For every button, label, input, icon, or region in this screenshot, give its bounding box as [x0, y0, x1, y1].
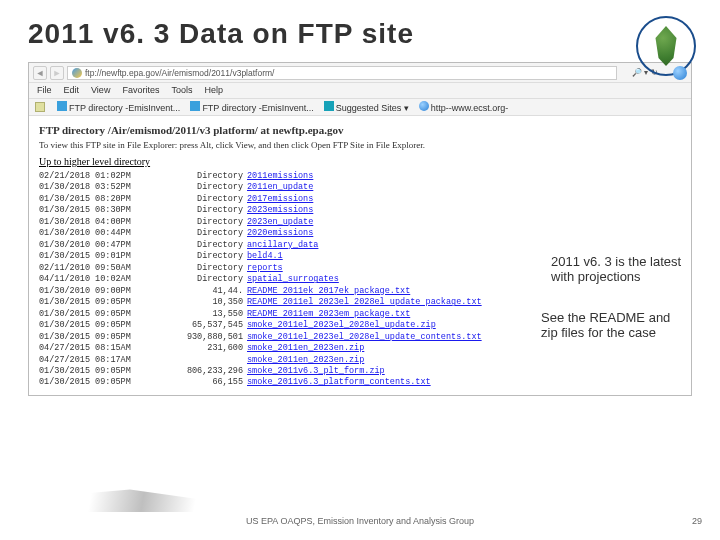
browser-toolbar: ◄ ► ftp://newftp.epa.gov/Air/emismod/201… [29, 63, 691, 83]
row-size: Directory [169, 182, 247, 193]
menu-tools[interactable]: Tools [171, 85, 192, 96]
row-size: Directory [169, 171, 247, 182]
row-link[interactable]: README 2011em 2023em package.txt [247, 309, 410, 320]
row-datetime: 02/11/2010 09:50AM [39, 263, 169, 274]
row-link[interactable]: 2023emissions [247, 205, 313, 216]
listing-row: 01/30/2015 08:30PMDirectory2023emissions [39, 205, 681, 216]
row-link[interactable]: 2017emissions [247, 194, 313, 205]
row-link[interactable]: README 2011ek 2017ek package.txt [247, 286, 410, 297]
row-size: 806,233,296 [169, 366, 247, 377]
row-size: 930,880,501 [169, 332, 247, 343]
row-link[interactable]: 2011en_update [247, 182, 313, 193]
listing-row: 01/30/2015 09:05PM10,350README 2011el 20… [39, 297, 681, 308]
forward-button[interactable]: ► [50, 66, 64, 80]
listing-row: 01/30/2018 04:00PMDirectory2023en_update [39, 217, 681, 228]
menu-favorites[interactable]: Favorites [122, 85, 159, 96]
row-size: Directory [169, 240, 247, 251]
row-size: Directory [169, 217, 247, 228]
annotation-readme: See the README and zip files for the cas… [541, 310, 686, 340]
menu-file[interactable]: File [37, 85, 52, 96]
slide-decoration [0, 484, 260, 512]
row-datetime: 01/30/2015 09:01PM [39, 251, 169, 262]
row-size: Directory [169, 251, 247, 262]
row-size: 13,550 [169, 309, 247, 320]
listing-row: 01/30/2010 00:44PMDirectory2020emissions [39, 228, 681, 239]
page-heading: FTP directory /Air/emismod/2011/v3 platf… [39, 124, 681, 136]
page-icon [324, 101, 334, 111]
row-link[interactable]: 2011emissions [247, 171, 313, 182]
row-link[interactable]: 2023en_update [247, 217, 313, 228]
row-size: Directory [169, 205, 247, 216]
row-size: 65,537,545 [169, 320, 247, 331]
listing-row: 01/30/2015 09:05PM806,233,296smoke_2011v… [39, 366, 681, 377]
fav-link-1[interactable]: FTP directory -EmisInvent... [69, 103, 180, 113]
site-icon [72, 68, 82, 78]
row-datetime: 01/30/2015 09:05PM [39, 332, 169, 343]
row-datetime: 01/30/2015 08:30PM [39, 205, 169, 216]
row-link[interactable]: ancillary_data [247, 240, 318, 251]
row-datetime: 01/30/2015 09:05PM [39, 377, 169, 388]
row-size: Directory [169, 194, 247, 205]
slide-footer: US EPA OAQPS, Emission Inventory and Ana… [0, 516, 720, 526]
row-link[interactable]: 2020emissions [247, 228, 313, 239]
menu-view[interactable]: View [91, 85, 110, 96]
page-instructions: To view this FTP site in File Explorer: … [39, 140, 681, 150]
row-link[interactable]: reports [247, 263, 283, 274]
row-datetime: 01/30/2015 09:05PM [39, 309, 169, 320]
row-link[interactable]: smoke_2011v6.3_platform_contents.txt [247, 377, 431, 388]
row-datetime: 04/27/2015 08:17AM [39, 355, 169, 366]
fav-link-3[interactable]: Suggested Sites ▾ [336, 103, 409, 113]
menu-edit[interactable]: Edit [64, 85, 80, 96]
fav-link-2[interactable]: FTP directory -EmisInvent... [202, 103, 313, 113]
listing-row: 01/30/2015 08:20PMDirectory2017emissions [39, 194, 681, 205]
listing-row: 01/30/2015 09:05PM66,155smoke_2011v6.3_p… [39, 377, 681, 388]
row-size: Directory [169, 263, 247, 274]
row-datetime: 01/30/2010 00:44PM [39, 228, 169, 239]
row-datetime: 04/27/2015 08:15AM [39, 343, 169, 354]
row-datetime: 01/30/2015 08:20PM [39, 194, 169, 205]
row-datetime: 04/11/2010 10:02AM [39, 274, 169, 285]
menu-help[interactable]: Help [204, 85, 223, 96]
ie-icon [673, 66, 687, 80]
slide-title: 2011 v6. 3 Data on FTP site [28, 18, 692, 50]
row-size: Directory [169, 274, 247, 285]
row-link[interactable]: beld4.1 [247, 251, 283, 262]
row-size: 66,155 [169, 377, 247, 388]
listing-row: 04/27/2015 08:15AM231,600smoke_2011en_20… [39, 343, 681, 354]
row-datetime: 01/30/2018 03:52PM [39, 182, 169, 193]
row-size: Directory [169, 228, 247, 239]
browser-window: ◄ ► ftp://newftp.epa.gov/Air/emismod/201… [28, 62, 692, 396]
back-button[interactable]: ◄ [33, 66, 47, 80]
row-datetime: 01/30/2015 09:05PM [39, 366, 169, 377]
listing-row: 01/30/2010 00:47PMDirectoryancillary_dat… [39, 240, 681, 251]
url-text: ftp://newftp.epa.gov/Air/emismod/2011/v3… [85, 68, 274, 78]
row-datetime: 01/30/2010 09:00PM [39, 286, 169, 297]
row-datetime: 02/21/2018 01:02PM [39, 171, 169, 182]
address-bar[interactable]: ftp://newftp.epa.gov/Air/emismod/2011/v3… [67, 66, 617, 80]
page-icon [57, 101, 67, 111]
annotation-latest: 2011 v6. 3 is the latest with projection… [551, 254, 686, 284]
row-link[interactable]: smoke_2011en_2023en.zip [247, 343, 364, 354]
row-size [169, 355, 247, 366]
listing-row: 04/27/2015 08:17AMsmoke_2011en_2023en.zi… [39, 355, 681, 366]
row-datetime: 01/30/2018 04:00PM [39, 217, 169, 228]
row-size: 10,350 [169, 297, 247, 308]
page-number: 29 [692, 516, 702, 526]
row-link[interactable]: spatial_surrogates [247, 274, 339, 285]
row-link[interactable]: smoke_2011el_2023el_2028el_update.zip [247, 320, 436, 331]
row-datetime: 01/30/2015 09:05PM [39, 297, 169, 308]
epa-logo [636, 16, 696, 76]
menu-bar: File Edit View Favorites Tools Help [29, 83, 691, 99]
row-link[interactable]: README 2011el 2023el 2028el update packa… [247, 297, 482, 308]
star-icon [35, 102, 45, 112]
row-datetime: 01/30/2015 09:05PM [39, 320, 169, 331]
row-link[interactable]: smoke_2011v6.3_plt_form.zip [247, 366, 385, 377]
fav-link-4[interactable]: http--www.ecst.org- [431, 103, 509, 113]
row-link[interactable]: smoke_2011en_2023en.zip [247, 355, 364, 366]
row-link[interactable]: smoke_2011el_2023el_2028el_update_conten… [247, 332, 482, 343]
listing-row: 01/30/2010 09:00PM41,44.README 2011ek 20… [39, 286, 681, 297]
up-directory-link[interactable]: Up to higher level directory [39, 156, 681, 167]
row-size: 41,44. [169, 286, 247, 297]
row-datetime: 01/30/2010 00:47PM [39, 240, 169, 251]
ie-fav-icon [419, 101, 429, 111]
